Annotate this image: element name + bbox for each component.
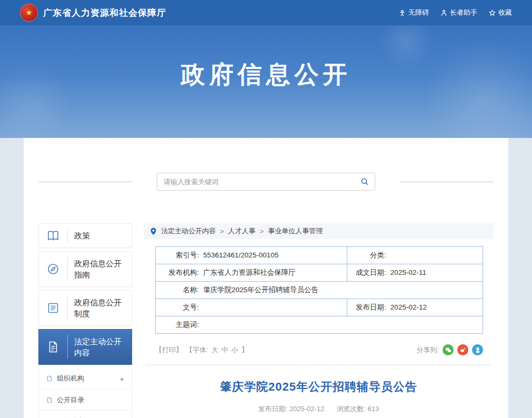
table-row: 发布机构:广东省人力资源和社会保障厅 成文日期:2025-02-11 [156, 264, 483, 282]
table-row: 文号: 发布日期:2025-02-12 [156, 299, 483, 316]
font-size-label: 【字体: [186, 345, 208, 355]
decorative-line-left [38, 182, 133, 182]
category-cell: 分类: [347, 247, 483, 264]
table-row: 名称:肇庆学院2025年公开招聘辅导员公告 [156, 282, 483, 299]
weibo-share-icon[interactable] [457, 344, 468, 355]
compass-icon [39, 252, 67, 286]
sidebar: 政策 政府信息公开指南 [38, 223, 132, 418]
site-brand[interactable]: ★ 广东省人力资源和社会保障厅 [20, 4, 166, 22]
elder-person-icon [440, 9, 447, 16]
written-date-label: 成文日期: [353, 268, 386, 277]
favorite-link[interactable]: 收藏 [489, 8, 512, 17]
site-title: 广东省人力资源和社会保障厅 [43, 7, 166, 19]
sidebar-item-label: 法定主动公开内容 [68, 330, 132, 364]
font-small-button[interactable]: 小 [232, 345, 238, 355]
views-label: 浏览次数: [337, 405, 366, 413]
sidebar-item-label: 政策 [68, 224, 132, 247]
article-title: 肇庆学院2025年公开招聘辅导员公告 [144, 379, 494, 395]
doc-no-cell: 文号: [156, 299, 347, 316]
banner-decoration [0, 57, 79, 138]
banner-title: 政府信息公开 [181, 58, 352, 91]
written-date-cell: 成文日期:2025-02-11 [347, 264, 483, 282]
page-banner: 政府信息公开 [0, 25, 532, 138]
search-input[interactable] [157, 178, 355, 186]
publish-date-value: 2025-02-12 [390, 303, 427, 311]
publish-date-cell: 发布日期:2025-02-12 [347, 299, 483, 316]
font-large-button[interactable]: 大 [212, 345, 218, 355]
share-bar: 分享到: [416, 344, 483, 355]
qq-share-icon[interactable] [472, 344, 483, 355]
list-icon [39, 291, 67, 325]
breadcrumb-item[interactable]: 法定主动公开内容 [161, 226, 216, 236]
table-row: 主题词: [156, 316, 483, 334]
sidebar-item-statutory-disclosure[interactable]: 法定主动公开内容 [38, 329, 132, 365]
subitem-label: 公开目录 [57, 395, 120, 405]
content-area: 法定主动公开内容 > 人才人事 > 事业单位人事管理 索引号:553612461… [144, 223, 494, 418]
subject-label: 主题词: [161, 320, 199, 330]
search-icon[interactable] [355, 173, 375, 190]
sidebar-item-label: 政府信息公开指南 [68, 252, 132, 286]
breadcrumb-item[interactable]: 人才人事 [228, 226, 256, 236]
top-bar: ★ 广东省人力资源和社会保障厅 无障碍 长者助手 [0, 0, 532, 25]
publish-date-meta-value: 2025-02-12 [289, 405, 325, 413]
breadcrumb-item[interactable]: 事业单位人事管理 [268, 226, 323, 236]
banner-decoration [416, 31, 532, 138]
article-toolbar: 【打印】 【字体: 大 中 小 】 分享到: [155, 344, 483, 355]
decorative-line-right [399, 182, 494, 182]
name-cell: 名称:肇庆学院2025年公开招聘辅导员公告 [156, 282, 483, 299]
accessibility-link[interactable]: 无障碍 [399, 8, 429, 17]
sidebar-sublist: 组织机构 + 公开目录 工作动态 [38, 368, 132, 418]
page-icon [46, 375, 53, 382]
name-label: 名称: [161, 285, 199, 295]
location-pin-icon [150, 227, 157, 235]
sidebar-subitem-work-news[interactable]: 工作动态 [39, 410, 132, 418]
banner-decoration [374, 25, 437, 73]
subitem-label: 工作动态 [57, 416, 120, 418]
breadcrumb-separator: > [260, 227, 264, 235]
sidebar-item-info-guide[interactable]: 政府信息公开指南 [38, 251, 132, 287]
dashed-divider [147, 365, 490, 365]
elder-assistant-link[interactable]: 长者助手 [440, 8, 477, 17]
star-icon [489, 9, 496, 16]
font-medium-button[interactable]: 中 [222, 345, 228, 355]
index-label: 索引号: [161, 251, 199, 260]
share-label: 分享到: [416, 345, 439, 355]
print-font-controls: 【打印】 【字体: 大 中 小 】 [155, 345, 248, 355]
search-box [157, 173, 375, 191]
favorite-label: 收藏 [498, 8, 512, 17]
category-label: 分类: [353, 251, 386, 260]
publisher-cell: 发布机构:广东省人力资源和社会保障厅 [156, 264, 347, 282]
breadcrumb-separator: > [220, 227, 224, 235]
sidebar-item-label: 政府信息公开制度 [68, 291, 132, 325]
elder-assistant-label: 长者助手 [450, 8, 477, 17]
accessibility-icon [399, 9, 406, 16]
wechat-share-icon[interactable] [443, 344, 454, 355]
sidebar-subitem-organization[interactable]: 组织机构 + [39, 368, 132, 389]
document-meta-table: 索引号:553612461/2025-00105 分类: 发布机构:广东省人力资… [155, 246, 483, 334]
main-card: 政策 政府信息公开指南 [24, 138, 508, 418]
table-row: 索引号:553612461/2025-00105 分类: [156, 247, 483, 264]
doc-no-label: 文号: [161, 303, 199, 312]
national-emblem-logo: ★ [20, 4, 38, 22]
print-button[interactable]: 【打印】 [155, 345, 183, 355]
book-icon [39, 224, 67, 247]
publish-date-label: 发布日期: [353, 303, 386, 312]
publish-date-meta-label: 发布日期: [258, 405, 288, 413]
sidebar-subitem-catalog[interactable]: 公开目录 [39, 389, 132, 410]
sidebar-item-policy[interactable]: 政策 [38, 223, 132, 248]
expand-plus-icon[interactable]: + [119, 374, 124, 383]
body-row: 政策 政府信息公开指南 [38, 223, 494, 418]
subitem-label: 组织机构 [57, 374, 115, 383]
index-cell: 索引号:553612461/2025-00105 [156, 247, 347, 264]
top-links: 无障碍 长者助手 收藏 [399, 8, 512, 17]
breadcrumb: 法定主动公开内容 > 人才人事 > 事业单位人事管理 [144, 223, 494, 239]
page-icon [46, 397, 53, 403]
publisher-label: 发布机构: [161, 268, 199, 277]
sidebar-item-info-system[interactable]: 政府信息公开制度 [38, 290, 132, 326]
written-date-value: 2025-02-11 [390, 268, 426, 276]
publisher-value: 广东省人力资源和社会保障厅 [203, 268, 296, 276]
subject-cell: 主题词: [156, 316, 483, 334]
document-icon [39, 330, 67, 364]
article-meta: 发布日期: 2025-02-12 浏览次数: 613 [144, 404, 494, 414]
index-value: 553612461/2025-00105 [203, 251, 278, 259]
